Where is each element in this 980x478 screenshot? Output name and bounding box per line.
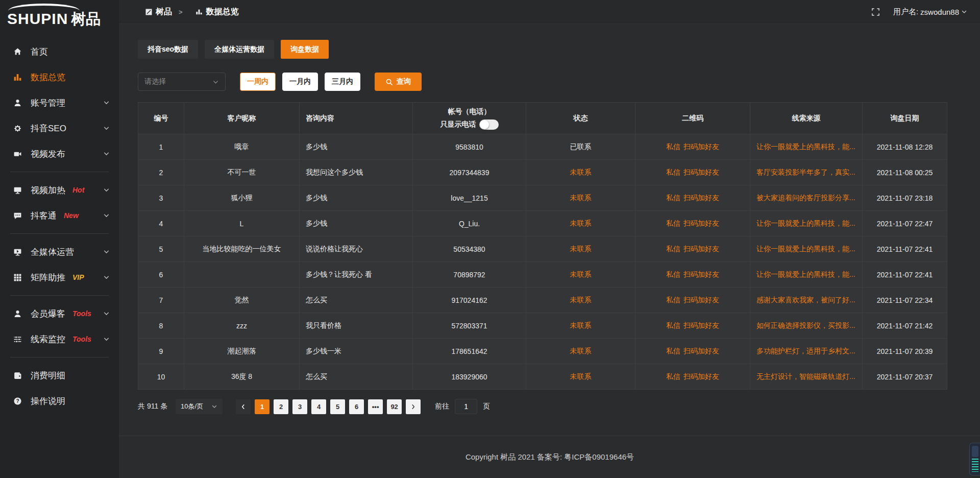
sidebar-item-grid[interactable]: 矩阵助推VIP: [0, 265, 119, 290]
row-id: 9: [138, 339, 184, 364]
chevron-down-icon: [103, 100, 110, 106]
inquiry-date: 2021-11-07 21:42: [863, 313, 947, 339]
scan-add-friend-link[interactable]: 扫码加好友: [683, 194, 719, 202]
breadcrumb-item-current[interactable]: 数据总览: [206, 7, 239, 17]
range-button-1[interactable]: 一月内: [282, 73, 318, 91]
private-message-link[interactable]: 私信: [666, 296, 680, 304]
account-phone: 183929060: [413, 364, 526, 390]
tab-2[interactable]: 询盘数据: [281, 40, 329, 59]
scan-add-friend-link[interactable]: 扫码加好友: [683, 296, 719, 304]
inquiry-content: 我想问这个多少钱: [300, 160, 413, 185]
page-button-4[interactable]: 4: [311, 399, 326, 414]
col-status: 状态: [526, 103, 635, 134]
breadcrumb-separator: >: [179, 8, 183, 16]
tab-0[interactable]: 抖音seo数据: [138, 40, 198, 59]
filter-select-placeholder: 请选择: [144, 77, 166, 86]
lead-source-link[interactable]: 客厅安装投影半年多了，真实...: [750, 160, 863, 185]
scan-add-friend-link[interactable]: 扫码加好友: [683, 347, 719, 355]
browser-extension-widget[interactable]: [969, 443, 980, 475]
grid-icon: [13, 273, 23, 282]
customer-nickname: L: [184, 211, 300, 236]
breadcrumb-item-brand[interactable]: 树品: [156, 7, 172, 17]
chevron-down-icon: [103, 310, 110, 317]
private-message-link[interactable]: 私信: [666, 321, 680, 329]
goto-page: 前往 页: [435, 399, 490, 414]
col-content: 咨询内容: [300, 103, 413, 134]
page-button-5[interactable]: 5: [330, 399, 345, 414]
logo-brand-cn: 树品: [71, 9, 101, 30]
range-button-0[interactable]: 一周内: [240, 73, 276, 91]
sidebar-item-screen[interactable]: 全媒体运营: [0, 239, 119, 265]
page-size-select[interactable]: 10条/页: [176, 399, 223, 414]
sidebar-item-gear[interactable]: 抖音SEO: [0, 115, 119, 141]
sidebar-item-label: 视频加热: [31, 184, 65, 196]
private-message-link[interactable]: 私信: [666, 270, 680, 278]
lead-source-link[interactable]: 被大家追着问的客厅投影分享...: [750, 185, 863, 211]
scan-add-friend-link[interactable]: 扫码加好友: [683, 321, 719, 329]
customer-nickname: 哦章: [184, 134, 300, 160]
col-source-label: 线索来源: [792, 114, 821, 122]
page-button-3[interactable]: 3: [292, 399, 307, 414]
lead-source-link[interactable]: 无主灯设计，智能磁吸轨道灯...: [750, 364, 863, 390]
page-ellipsis[interactable]: •••: [368, 399, 383, 414]
sidebar-item-badge: Tools: [72, 309, 91, 318]
sidebar-item-user2[interactable]: 会员爆客Tools: [0, 301, 119, 326]
col-nickname: 客户昵称: [184, 103, 300, 134]
lead-source-link[interactable]: 让你一眼就爱上的黑科技，能...: [750, 134, 863, 160]
lead-source-link[interactable]: 让你一眼就爱上的黑科技，能...: [750, 211, 863, 236]
goto-page-input[interactable]: [455, 399, 477, 414]
scan-add-friend-link[interactable]: 扫码加好友: [683, 372, 719, 380]
lead-source-link[interactable]: 让你一眼就爱上的黑科技，能...: [750, 262, 863, 288]
private-message-link[interactable]: 私信: [666, 219, 680, 227]
table-row: 4L多少钱Q_Liu.未联系私信扫码加好友让你一眼就爱上的黑科技，能...202…: [138, 211, 947, 236]
scan-add-friend-link[interactable]: 扫码加好友: [683, 245, 719, 253]
sidebar-item-question[interactable]: ?操作说明: [0, 388, 119, 414]
question-icon: ?: [13, 396, 23, 405]
sidebar-item-home[interactable]: 首页: [0, 39, 119, 64]
next-page-button[interactable]: [406, 399, 421, 414]
status-badge: 未联系: [526, 339, 635, 364]
filter-select[interactable]: 请选择: [138, 73, 226, 91]
chevron-down-icon: [103, 249, 110, 255]
sidebar-item-monitor[interactable]: 视频加热Hot: [0, 177, 119, 203]
page-button-2[interactable]: 2: [274, 399, 288, 414]
sidebar-item-chat[interactable]: 抖客通New: [0, 203, 119, 228]
col-date: 询盘日期: [863, 103, 947, 134]
page-button-92[interactable]: 92: [387, 399, 402, 414]
sidebar-item-wallet[interactable]: 消费明细: [0, 363, 119, 388]
pagination-total: 共 911 条: [138, 402, 167, 411]
user-menu[interactable]: 用户名: zswodun88: [893, 7, 967, 17]
inquiry-content: 多少钱一米: [300, 339, 413, 364]
sliders-icon: [13, 334, 23, 344]
phone-only-toggle[interactable]: [479, 119, 499, 130]
query-button[interactable]: 查询: [375, 73, 422, 91]
scan-add-friend-link[interactable]: 扫码加好友: [683, 168, 719, 176]
tab-1[interactable]: 全媒体运营数据: [205, 40, 274, 59]
prev-page-button[interactable]: [236, 399, 251, 414]
scan-add-friend-link[interactable]: 扫码加好友: [683, 270, 719, 278]
range-button-2[interactable]: 三月内: [325, 73, 360, 91]
private-message-link[interactable]: 私信: [666, 168, 680, 176]
private-message-link[interactable]: 私信: [666, 194, 680, 202]
fullscreen-icon[interactable]: [871, 8, 880, 16]
private-message-link[interactable]: 私信: [666, 372, 680, 380]
page-button-1[interactable]: 1: [255, 399, 270, 414]
private-message-link[interactable]: 私信: [666, 142, 680, 151]
scan-add-friend-link[interactable]: 扫码加好友: [683, 219, 719, 227]
sidebar-item-chart[interactable]: 数据总览: [0, 64, 119, 90]
private-message-link[interactable]: 私信: [666, 245, 680, 253]
customer-nickname: zzz: [184, 313, 300, 339]
lead-source-link[interactable]: 让你一眼就爱上的黑科技，能...: [750, 236, 863, 262]
sidebar-item-video[interactable]: 视频发布: [0, 141, 119, 166]
pagination: 共 911 条 10条/页 123456•••92 前往 页: [138, 399, 947, 414]
chevron-down-icon: [103, 151, 110, 157]
scan-add-friend-link[interactable]: 扫码加好友: [683, 142, 719, 151]
lead-source-link[interactable]: 如何正确选择投影仪，买投影...: [750, 313, 863, 339]
lead-source-link[interactable]: 感谢大家喜欢我家，被问了好...: [750, 288, 863, 313]
lead-source-link[interactable]: 多功能护栏灯，适用于乡村文...: [750, 339, 863, 364]
inquiry-date: 2021-11-08 12:28: [863, 134, 947, 160]
private-message-link[interactable]: 私信: [666, 347, 680, 355]
page-button-6[interactable]: 6: [349, 399, 364, 414]
sidebar-item-user[interactable]: 账号管理: [0, 90, 119, 115]
sidebar-item-sliders[interactable]: 线索监控Tools: [0, 326, 119, 352]
